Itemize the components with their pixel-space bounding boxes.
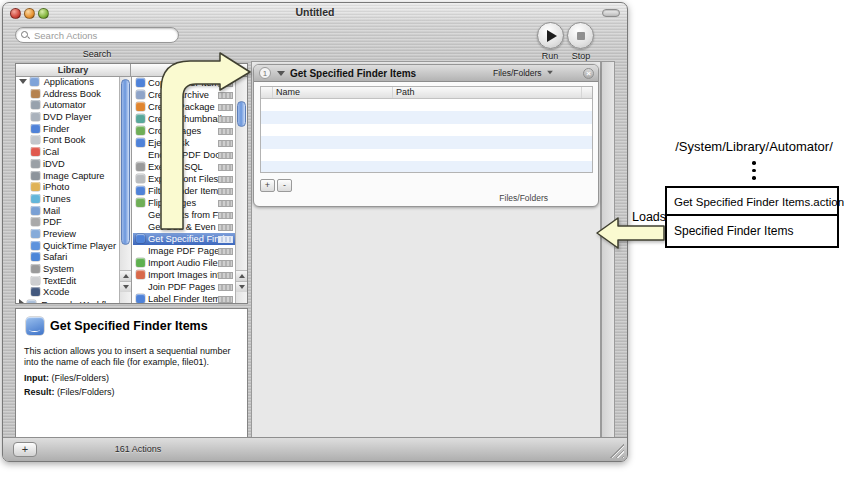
- sidebar-item[interactable]: Image Capture: [16, 171, 119, 183]
- scroll-down-button[interactable]: [120, 281, 131, 292]
- library-scrollbar[interactable]: [119, 77, 131, 303]
- actions-count-label: 161 Actions: [3, 444, 273, 454]
- relevance-bar: [218, 104, 233, 111]
- action-list-item[interactable]: Filter Finder Items: [133, 185, 236, 197]
- action-list-item[interactable]: Get Specified Find: [133, 233, 236, 245]
- action-item-label: Create Thumbnail: [148, 114, 222, 124]
- disclosure-triangle-icon[interactable]: [19, 79, 27, 84]
- thumbnail-action-icon: [136, 114, 145, 123]
- sidebar-item-label: Xcode: [43, 287, 69, 297]
- library-root-row[interactable]: Applications: [16, 77, 119, 89]
- scroll-up-button[interactable]: [120, 270, 131, 281]
- action-list-item[interactable]: Label Finder Item:: [133, 293, 236, 303]
- action-list-item[interactable]: Export Font Files: [133, 173, 236, 185]
- action-list-item[interactable]: Get Odd & Even Pa: [133, 221, 236, 233]
- browser-header: Library: [16, 64, 247, 77]
- search-input[interactable]: [34, 29, 174, 41]
- action-list-item[interactable]: Copy Finder Items: [133, 77, 236, 89]
- library-column: Applications Address Book Automator: [16, 77, 132, 303]
- search-field[interactable]: [15, 27, 179, 43]
- action-list-item[interactable]: Import Audio File: [133, 257, 236, 269]
- sidebar-item[interactable]: Preview: [16, 229, 119, 241]
- sidebar-item[interactable]: iCal: [16, 147, 119, 159]
- action-item-label: Join PDF Pages: [148, 282, 215, 292]
- sidebar-item[interactable]: iTunes: [16, 194, 119, 206]
- scroll-down-button[interactable]: [236, 281, 247, 292]
- workflow-scrollbar-track[interactable]: [601, 61, 615, 439]
- sidebar-item[interactable]: Automator: [16, 100, 119, 112]
- sidebar-item[interactable]: Xcode: [16, 287, 119, 299]
- scroll-up-button[interactable]: [236, 270, 247, 281]
- relevance-bar: [218, 248, 233, 255]
- action-list-item[interactable]: Import Images int: [133, 269, 236, 281]
- table-row[interactable]: [261, 161, 592, 172]
- add-item-button[interactable]: +: [260, 179, 275, 192]
- finder-action-icon: [136, 78, 145, 87]
- sidebar-item-label: System: [43, 264, 74, 274]
- sidebar-item[interactable]: iDVD: [16, 159, 119, 171]
- sidebar-item-label: Finder: [43, 124, 69, 134]
- sidebar-item[interactable]: Mail: [16, 206, 119, 218]
- sidebar-item[interactable]: PDF: [16, 217, 119, 229]
- flip-action-icon: [136, 198, 145, 207]
- action-list-item[interactable]: Image PDF Pages: [133, 245, 236, 257]
- sidebar-item[interactable]: Safari: [16, 252, 119, 264]
- sidebar-item-label: Image Capture: [43, 171, 105, 181]
- zoom-window-button[interactable]: [38, 8, 49, 19]
- disclosure-triangle-icon[interactable]: [19, 299, 24, 303]
- sidebar-item-label: Mail: [43, 206, 60, 216]
- action-list-item[interactable]: Join PDF Pages: [133, 281, 236, 293]
- sidebar-item[interactable]: TextEdit: [16, 276, 119, 288]
- action-list-item[interactable]: Create Package: [133, 101, 236, 113]
- action-list-item[interactable]: Flip Images: [133, 197, 236, 209]
- minimize-window-button[interactable]: [24, 8, 35, 19]
- path-column-header[interactable]: Path: [393, 87, 582, 98]
- name-column-header[interactable]: Name: [273, 87, 393, 98]
- action-info-panel: Get Specified Finder Items This action a…: [15, 308, 248, 438]
- close-action-button[interactable]: ×: [583, 68, 594, 79]
- disclosure-triangle-icon[interactable]: [277, 71, 285, 76]
- sidebar-item-label: DVD Player: [43, 112, 92, 122]
- action-list-item[interactable]: Create Thumbnail: [133, 113, 236, 125]
- title-bar[interactable]: Untitled: [3, 3, 627, 23]
- action-list-item[interactable]: Get Fonts from Fo: [133, 209, 236, 221]
- action-list-item[interactable]: Eject Disk: [133, 137, 236, 149]
- toolbar-pill-button[interactable]: [602, 9, 620, 17]
- sidebar-item[interactable]: iPhoto: [16, 182, 119, 194]
- table-row[interactable]: [261, 111, 592, 123]
- sidebar-item[interactable]: DVD Player: [16, 112, 119, 124]
- remove-item-button[interactable]: -: [277, 179, 292, 192]
- sidebar-item[interactable]: Address Book: [16, 89, 119, 101]
- relevance-bar: [218, 212, 233, 219]
- action-list-item[interactable]: Crop Images: [133, 125, 236, 137]
- sidebar-item[interactable]: System: [16, 264, 119, 276]
- action-card-header[interactable]: 1 Get Specified Finder Items Files/Folde…: [254, 65, 598, 82]
- scrollbar-thumb[interactable]: [237, 101, 246, 127]
- action-list-item[interactable]: Execute SQL: [133, 161, 236, 173]
- finder-action-icon: [136, 186, 145, 195]
- library-column-header[interactable]: Library: [16, 64, 131, 76]
- resize-grip[interactable]: [607, 441, 624, 458]
- type-popup-button[interactable]: Files/Folders: [493, 65, 554, 82]
- stop-button[interactable]: [567, 22, 594, 49]
- run-button[interactable]: [537, 22, 564, 49]
- table-row[interactable]: [261, 124, 592, 136]
- sidebar-item-label: iTunes: [43, 194, 71, 204]
- table-row[interactable]: [261, 149, 592, 161]
- sidebar-item[interactable]: QuickTime Player: [16, 241, 119, 253]
- sidebar-item[interactable]: Finder: [16, 124, 119, 136]
- actions-scrollbar[interactable]: [235, 77, 247, 303]
- action-list-item[interactable]: Create Archive: [133, 89, 236, 101]
- close-window-button[interactable]: [10, 8, 21, 19]
- table-row[interactable]: [261, 99, 592, 111]
- action-list-item[interactable]: Encrypt PDF Docu: [133, 149, 236, 161]
- table-row[interactable]: [261, 136, 592, 148]
- example-workflows-row[interactable]: Example Workflows: [16, 299, 119, 303]
- sidebar-item[interactable]: Font Book: [16, 135, 119, 147]
- image-capture-icon: [31, 171, 40, 180]
- action-file-name: Get Specified Finder Items.action: [667, 188, 837, 216]
- action-column-header[interactable]: [131, 64, 247, 76]
- applications-list: Address Book Automator DVD Player Finder: [16, 89, 131, 299]
- action-item-label: Get Specified Find: [148, 234, 224, 244]
- scrollbar-thumb[interactable]: [121, 79, 130, 245]
